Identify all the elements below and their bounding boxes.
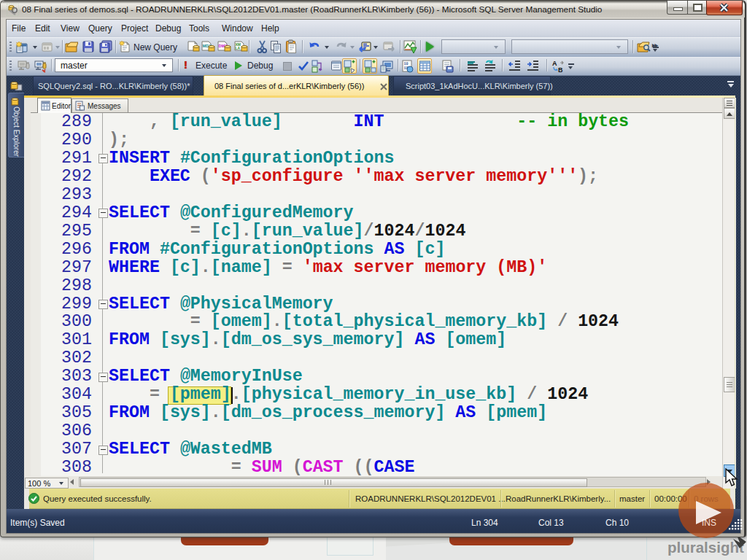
svg-text:B: B [558, 66, 563, 74]
svg-text:LA: LA [236, 46, 241, 50]
svg-text:A: A [552, 60, 557, 67]
